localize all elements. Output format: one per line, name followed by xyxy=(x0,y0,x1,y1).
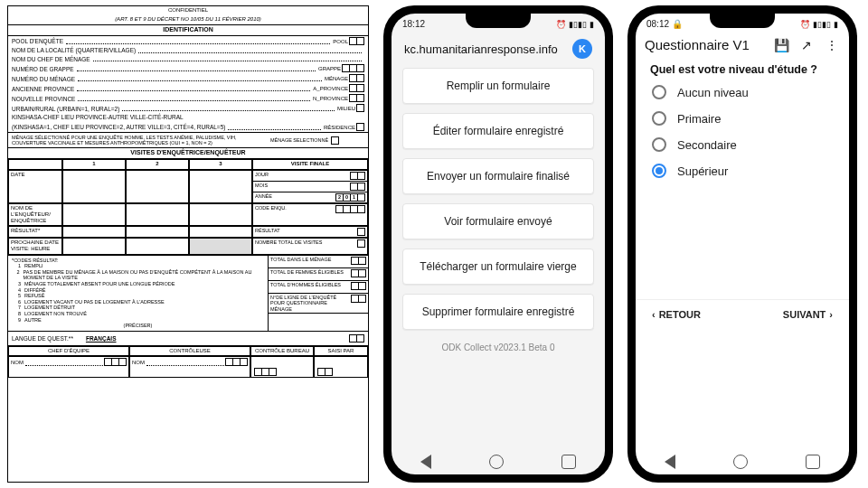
phone-odk-menu: 18:12 ⏰▮▯▮▯▮ kc.humanitarianresponse.inf… xyxy=(383,5,613,483)
menu-button-0[interactable]: Remplir un formulaire xyxy=(402,68,594,104)
option-label: Primaire xyxy=(677,112,721,126)
f-chef: NOM DU CHEF DE MÉNAGE xyxy=(12,56,90,63)
year-boxes[interactable]: 201 xyxy=(336,193,365,202)
radio-icon[interactable] xyxy=(652,85,666,99)
f-grappe: NUMÉRO DE GRAPPE xyxy=(12,66,74,73)
menu-button-5[interactable]: Supprimer formulaire enregistré xyxy=(402,294,594,330)
lang-row: LANGUE DE QUEST.** FRANÇAIS xyxy=(8,331,368,345)
signature-grid: CHEF D'ÉQUIPE CONTRÔLEUSE CONTRÔLE BUREA… xyxy=(8,345,368,378)
radio-icon[interactable] xyxy=(652,137,666,152)
option-0[interactable]: Aucun niveau xyxy=(652,85,833,99)
f-urb: URBAIN/RURAL (URBAIN=1, RURAL=2) xyxy=(12,106,119,113)
next-button[interactable]: SUIVANT› xyxy=(783,309,836,320)
form-nav: ‹RETOUR SUIVANT› xyxy=(636,299,849,329)
battery-icon: ▮ xyxy=(834,20,838,29)
profile-avatar[interactable]: K xyxy=(572,39,592,59)
f-aprov: ANCIENNE PROVINCE xyxy=(12,86,74,93)
jump-icon[interactable]: ↗ xyxy=(798,38,815,52)
server-title: kc.humanitarianresponse.info xyxy=(404,42,565,56)
paper-decree: (ART. 8 ET 9 DU DÉCRET NO 10/05 DU 11 FÉ… xyxy=(8,15,368,24)
nav-back[interactable] xyxy=(665,455,675,469)
nav-home[interactable] xyxy=(489,455,504,469)
next-visit-row: PROCHAINE DATEVISITE: HEURE NOMBRE TOTAL… xyxy=(8,238,368,254)
nav-recent[interactable] xyxy=(561,455,576,469)
android-nav xyxy=(392,449,605,474)
phone-question-form: 08:12 🔒 ⏰▮▯▮▯▮ Questionnaire V1 💾 ↗ ⋮ Qu… xyxy=(627,5,857,483)
f-menage: NUMÉRO DU MÉNAGE xyxy=(12,76,75,83)
option-label: Secondaire xyxy=(677,138,737,152)
boxes[interactable] xyxy=(350,37,364,45)
battery-icon: ▮ xyxy=(590,20,594,29)
save-icon[interactable]: 💾 xyxy=(773,38,789,52)
alarm-icon: ⏰ xyxy=(800,20,810,29)
menu-button-list: Remplir un formulaireÉditer formulaire e… xyxy=(392,68,605,330)
form-title: Questionnaire V1 xyxy=(645,37,764,52)
menu-button-1[interactable]: Éditer formulaire enregistré xyxy=(402,113,594,149)
menu-button-2[interactable]: Envoyer un formulaire finalisé xyxy=(402,158,594,194)
language-value: FRANÇAIS xyxy=(86,335,117,343)
notch xyxy=(466,14,531,28)
nav-back[interactable] xyxy=(420,455,431,469)
f-nprov: NOUVELLE PROVINCE xyxy=(12,96,75,103)
notch xyxy=(710,14,775,28)
radio-icon[interactable] xyxy=(652,111,666,126)
option-2[interactable]: Secondaire xyxy=(652,137,833,152)
right-stats: TOTAL DANS LE MÉNAGETOTAL DE FEMMES ÉLIG… xyxy=(269,256,368,331)
overflow-icon[interactable]: ⋮ xyxy=(824,38,840,52)
radio-icon[interactable] xyxy=(652,164,666,178)
option-label: Aucun niveau xyxy=(677,86,749,99)
signal-icon: ▮▯▮▯ xyxy=(813,20,831,29)
option-1[interactable]: Primaire xyxy=(652,111,833,126)
section-visits: VISITES D'ENQUÊTRICE/ENQUÊTEUR xyxy=(8,147,368,158)
form-toolbar: Questionnaire V1 💾 ↗ ⋮ xyxy=(636,32,849,60)
question-text: Quel est votre niveau d'étude ? xyxy=(636,60,849,85)
status-time: 08:12 xyxy=(646,19,669,29)
nav-recent[interactable] xyxy=(806,455,820,469)
paper-form: CONFIDENTIEL (ART. 8 ET 9 DU DÉCRET NO 1… xyxy=(7,5,369,483)
visits-grid: 123VISITE FINALE DATE JOUR MOIS ANNÉE201… xyxy=(8,159,368,239)
back-button[interactable]: ‹RETOUR xyxy=(648,309,701,320)
section-ident: IDENTIFICATION xyxy=(8,24,368,35)
lock-icon: 🔒 xyxy=(672,19,683,29)
nav-home[interactable] xyxy=(733,455,748,469)
app-titlebar: kc.humanitarianresponse.info K xyxy=(392,32,605,68)
selection-note: MÉNAGE SÉLECTIONNÉ POUR UNE ENQUÊTE HOMM… xyxy=(8,133,269,147)
paper-confidential: CONFIDENTIEL xyxy=(8,6,368,15)
signal-icon: ▮▯▮▯ xyxy=(569,20,587,29)
android-nav xyxy=(636,449,849,474)
alarm-icon: ⏰ xyxy=(556,20,566,29)
f-kin: KINSHASA-CHEF LIEU PROVINCE-AUTRE VILLE-… xyxy=(12,114,184,121)
app-version: ODK Collect v2023.1 Beta 0 xyxy=(392,330,605,358)
f-loc: NOM DE LA LOCALITÉ (QUARTIER/VILLAGE) xyxy=(12,47,136,54)
option-label: Supérieur xyxy=(677,164,728,178)
options-list: Aucun niveauPrimaireSecondaireSupérieur xyxy=(636,85,849,178)
status-time: 18:12 xyxy=(402,19,425,29)
f-pool: POOL D'ENQUÊTE xyxy=(12,38,63,45)
result-codes: *CODES RÉSULTAT: 1REMPLI2PAS DE MEMBRE D… xyxy=(8,256,269,331)
option-3[interactable]: Supérieur xyxy=(652,164,833,178)
menu-button-3[interactable]: Voir formulaire envoyé xyxy=(402,203,594,239)
menu-button-4[interactable]: Télécharger un formulaire vierge xyxy=(402,249,594,285)
